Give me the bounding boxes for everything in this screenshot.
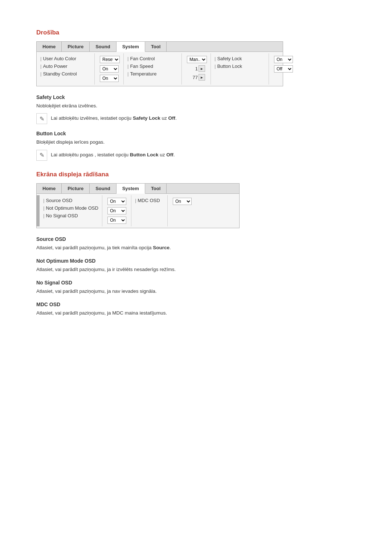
auto-power-select[interactable]: On Off — [100, 65, 119, 73]
safety-lock-description: Nobloķējiet ekrāna izvēlnes. — [36, 102, 356, 110]
tab-system-2[interactable]: System — [117, 184, 145, 194]
table-row: | Not Optimum Mode OSD — [43, 204, 98, 212]
row-label-not-optimum-osd: Not Optimum Mode OSD — [46, 205, 98, 211]
pipe-icon: | — [43, 198, 44, 203]
row-label-standby-control: Standby Control — [43, 71, 77, 77]
safety-lock-note-text: Lai atbloķētu izvēlnes, iestatiet opciju… — [51, 113, 177, 122]
table-row: | MDC OSD — [135, 197, 164, 204]
not-optimum-osd-description: Atlasiet, vai parādīt paziņojumu, ja ir … — [36, 266, 356, 273]
drosiba-col-labels: | User Auto Color | Auto Power | Standby… — [37, 53, 95, 85]
pipe-icon: | — [40, 71, 41, 77]
no-signal-osd-section: No Signal OSD Atlasiet, vai parādīt pazi… — [36, 280, 356, 295]
row-label-auto-power: Auto Power — [43, 63, 67, 69]
tab-system-1[interactable]: System — [117, 42, 145, 52]
drosiba-table: Home Picture Sound System Tool | User Au… — [36, 41, 283, 86]
drosiba-col-values1: Reset On Off On Off — [95, 53, 124, 85]
source-osd-section: Source OSD Atlasiet, vai parādīt paziņoj… — [36, 236, 356, 251]
source-osd-title: Source OSD — [36, 236, 356, 242]
drosiba-col-lock-labels: | Safety Lock | Button Lock — [211, 53, 269, 85]
not-optimum-osd-select[interactable]: On Off — [107, 207, 126, 214]
table-row: | Auto Power — [40, 62, 91, 70]
pipe-icon: | — [135, 198, 136, 203]
pipe-icon: | — [127, 56, 128, 61]
table-row: | Fan Control — [127, 55, 178, 62]
section-drosiba: Drošība Home Picture Sound System Tool |… — [36, 29, 356, 161]
row-label-safety-lock: Safety Lock — [217, 56, 242, 61]
pipe-icon: | — [43, 205, 44, 211]
drosiba-table-header: Home Picture Sound System Tool — [37, 42, 283, 52]
note-icon-1: ✎ — [36, 113, 47, 124]
tab-tool-1[interactable]: Tool — [145, 42, 167, 52]
temperature-value: 77 — [187, 75, 198, 80]
pipe-icon: | — [43, 213, 44, 218]
ekrana-col-mdc-value: On Off — [168, 195, 195, 226]
row-label-temperature: Temperature — [130, 71, 156, 77]
no-signal-osd-select[interactable]: On Off — [107, 217, 126, 224]
ekrana-table-body: | Source OSD | Not Optimum Mode OSD | No… — [37, 194, 239, 228]
button-lock-section: Button Lock Bloķējiet displeja ierīces p… — [36, 131, 356, 160]
table-row: On Off — [98, 74, 120, 83]
table-row: On Off — [98, 64, 120, 74]
pipe-icon: | — [127, 63, 128, 69]
table-row: | Fan Speed — [127, 62, 178, 70]
table-row: | Source OSD — [43, 197, 98, 204]
tab-picture-2[interactable]: Picture — [62, 184, 90, 193]
ekrana-col-labels: | Source OSD | Not Optimum Mode OSD | No… — [40, 195, 102, 226]
safety-lock-select[interactable]: On Off — [274, 56, 293, 63]
table-row: | Safety Lock — [215, 55, 265, 62]
table-row: On Off — [106, 197, 127, 206]
tab-picture-1[interactable]: Picture — [62, 42, 90, 52]
drosiba-col-fan-values: Man... Auto 1 ► 77 ► — [182, 53, 211, 85]
ekrana-table-header: Home Picture Sound System Tool — [37, 184, 239, 194]
mdc-osd-section: MDC OSD Atlasiet, vai parādīt paziņojumu… — [36, 301, 356, 317]
pipe-icon: | — [40, 56, 41, 61]
table-row: | No Signal OSD — [43, 212, 98, 219]
not-optimum-osd-title: Not Optimum Mode OSD — [36, 258, 356, 264]
fan-speed-arrow-right[interactable]: ► — [199, 65, 205, 72]
pipe-icon: | — [127, 71, 128, 77]
section-ekrana: Ekrāna displeja rādīšana Home Picture So… — [36, 171, 356, 317]
section-drosiba-title: Drošība — [36, 29, 356, 36]
source-osd-description: Atlasiet, vai parādīt paziņojumu, ja tie… — [36, 244, 356, 251]
tab-tool-2[interactable]: Tool — [145, 184, 167, 193]
pipe-icon: | — [215, 56, 216, 61]
temperature-arrow-right[interactable]: ► — [199, 74, 205, 81]
table-row: Off On — [273, 64, 291, 74]
button-lock-select[interactable]: Off On — [274, 65, 293, 73]
row-label-user-auto-color: User Auto Color — [43, 56, 76, 61]
tab-home-2[interactable]: Home — [37, 184, 62, 193]
safety-lock-section: Safety Lock Nobloķējiet ekrāna izvēlnes.… — [36, 94, 356, 124]
row-label-no-signal-osd: No Signal OSD — [46, 213, 78, 218]
drosiba-table-body: | User Auto Color | Auto Power | Standby… — [37, 52, 283, 86]
no-signal-osd-title: No Signal OSD — [36, 280, 356, 286]
table-row: | Temperature — [127, 70, 178, 78]
button-lock-title: Button Lock — [36, 131, 356, 136]
ekrana-col-values: On Off On Off On Off — [102, 195, 131, 226]
table-row: On Off — [106, 206, 127, 216]
mdc-osd-select[interactable]: On Off — [173, 198, 192, 205]
table-row: On Off — [171, 197, 192, 206]
table-row: | Standby Control — [40, 70, 91, 78]
fan-speed-value: 1 — [187, 66, 198, 71]
row-label-button-lock: Button Lock — [217, 63, 242, 69]
table-row: On Off — [106, 216, 127, 225]
no-signal-osd-description: Atlasiet, vai parādīt paziņojumu, ja nav… — [36, 288, 356, 295]
reset-select[interactable]: Reset — [100, 56, 120, 63]
fan-control-select[interactable]: Man... Auto — [187, 56, 207, 63]
button-lock-description: Bloķējiet displeja ierīces pogas. — [36, 139, 356, 146]
tab-sound-1[interactable]: Sound — [90, 42, 116, 52]
button-lock-note-text: Lai atbloķētu pogas , iestatiet opciju B… — [51, 150, 175, 159]
tab-sound-2[interactable]: Sound — [90, 184, 116, 193]
mdc-osd-description: Atlasiet, vai parādīt paziņojumu, ja MDC… — [36, 309, 356, 317]
standby-control-select[interactable]: On Off — [100, 75, 119, 82]
table-row: | User Auto Color — [40, 55, 91, 62]
tab-home-1[interactable]: Home — [37, 42, 62, 52]
safety-lock-title: Safety Lock — [36, 94, 356, 100]
source-osd-select[interactable]: On Off — [107, 198, 126, 205]
table-row: | Button Lock — [215, 62, 265, 70]
row-label-mdc-osd: MDC OSD — [138, 198, 160, 203]
ekrana-col-mdc-label: | MDC OSD — [131, 195, 168, 226]
not-optimum-osd-section: Not Optimum Mode OSD Atlasiet, vai parād… — [36, 258, 356, 273]
left-bar — [37, 195, 40, 226]
pipe-icon: | — [40, 63, 41, 69]
